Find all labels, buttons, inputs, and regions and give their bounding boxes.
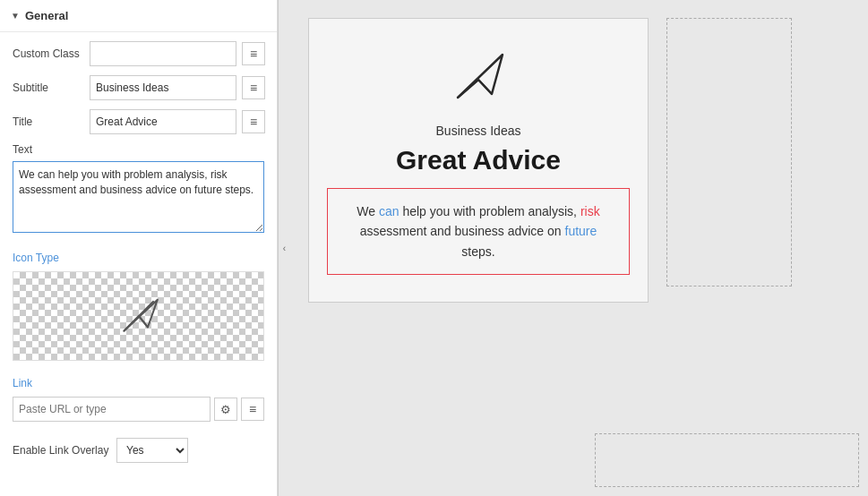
link-label: Link: [13, 377, 264, 389]
enable-overlay-label: Enable Link Overlay: [13, 444, 111, 457]
link-gear-button[interactable]: [214, 398, 237, 421]
paper-plane-card-icon: [447, 46, 510, 108]
section-title: General: [25, 9, 68, 22]
text-area-wrapper: We can help you with problem analysis, r…: [13, 161, 264, 235]
lines-icon-3: [250, 115, 257, 129]
paper-plane-preview-icon: [116, 294, 161, 338]
text-input[interactable]: We can help you with problem analysis, r…: [13, 161, 264, 233]
lines-icon-4: [249, 402, 256, 416]
icon-preview[interactable]: [13, 271, 264, 361]
link-align-button[interactable]: [241, 398, 264, 421]
icon-type-section: Icon Type: [13, 248, 264, 364]
left-panel: ▼ General Custom Class Subtitle Title: [0, 0, 278, 496]
svg-line-1: [139, 316, 148, 328]
title-label: Title: [13, 115, 84, 128]
card-text-box: We can help you with problem analysis, r…: [327, 188, 630, 275]
highlight-future: future: [565, 224, 597, 238]
svg-marker-0: [124, 300, 158, 331]
card-subtitle: Business Ideas: [436, 124, 521, 138]
enable-overlay-row: Enable Link Overlay Yes No: [13, 438, 264, 463]
enable-overlay-select[interactable]: Yes No: [116, 438, 188, 463]
lines-icon: [250, 47, 257, 61]
collapse-tab[interactable]: ‹: [278, 0, 290, 496]
title-align-button[interactable]: [242, 110, 265, 133]
collapse-icon: ‹: [283, 244, 286, 253]
card-text: We can help you with problem analysis, r…: [346, 201, 611, 261]
subtitle-label: Subtitle: [13, 81, 84, 94]
svg-line-3: [478, 80, 492, 94]
subtitle-row: Subtitle: [13, 75, 264, 100]
subtitle-align-button[interactable]: [242, 76, 265, 99]
icon-type-label: Icon Type: [13, 252, 264, 264]
card-icon: [447, 46, 510, 111]
form-body: Custom Class Subtitle Title Text: [0, 32, 277, 472]
title-row: Title: [13, 109, 264, 134]
link-input[interactable]: [13, 397, 211, 422]
text-label: Text: [13, 143, 264, 156]
subtitle-input[interactable]: [90, 75, 236, 100]
card-widget: Business Ideas Great Advice We can help …: [308, 18, 649, 303]
custom-class-input[interactable]: [90, 41, 236, 66]
card-title: Great Advice: [396, 145, 561, 175]
custom-class-label: Custom Class: [13, 47, 84, 60]
right-panel: Business Ideas Great Advice We can help …: [290, 0, 868, 496]
dashed-placeholder-right: [666, 18, 792, 286]
title-input[interactable]: [90, 109, 236, 134]
custom-class-row: Custom Class: [13, 41, 264, 66]
link-row: [13, 397, 264, 422]
chevron-down-icon: ▼: [11, 11, 20, 21]
text-section: Text We can help you with problem analys…: [13, 143, 264, 239]
lines-icon-2: [250, 81, 257, 95]
svg-line-4: [458, 80, 478, 98]
custom-class-align-button[interactable]: [242, 42, 265, 65]
dashed-placeholder-bottom: [595, 433, 859, 487]
gear-icon: [220, 403, 231, 416]
highlight-can: can: [379, 204, 400, 218]
link-section: Link: [13, 373, 264, 425]
highlight-risk: risk: [580, 204, 600, 218]
general-section-header[interactable]: ▼ General: [0, 0, 277, 32]
